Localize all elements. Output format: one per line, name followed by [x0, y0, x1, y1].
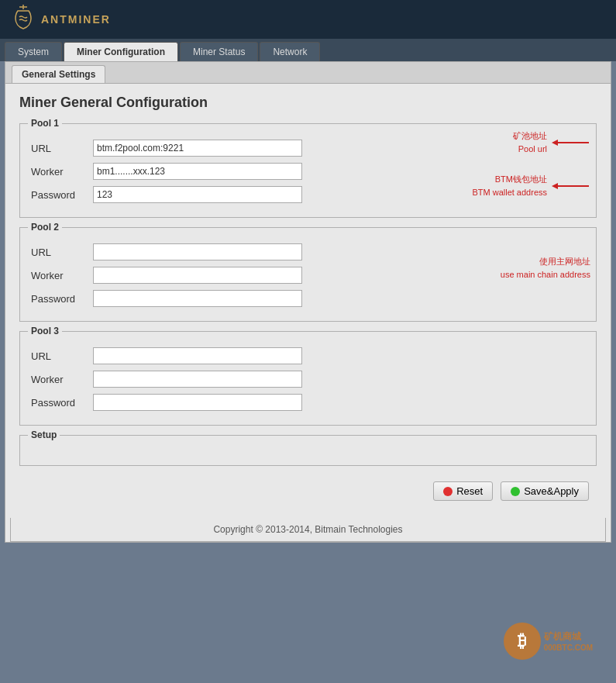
- pool1-worker-input[interactable]: [93, 163, 302, 180]
- reset-button[interactable]: Reset: [433, 481, 493, 501]
- pool3-worker-row: Worker: [31, 371, 585, 388]
- watermark-text-en: 000BTC.COM: [544, 643, 593, 652]
- setup-legend: Setup: [28, 429, 60, 440]
- tab-network[interactable]: Network: [260, 42, 320, 61]
- page-title: Miner General Configuration: [19, 95, 597, 111]
- nav-bar: System Miner Configuration Miner Status …: [0, 39, 616, 61]
- pool1-legend: Pool 1: [28, 118, 62, 129]
- pool2-worker-row: Worker: [31, 267, 585, 284]
- pool3-password-label: Password: [31, 397, 93, 409]
- save-icon: [511, 487, 520, 496]
- pool2-password-label: Password: [31, 293, 93, 305]
- pool2-url-input[interactable]: [93, 243, 302, 260]
- pool3-url-row: URL: [31, 347, 585, 364]
- subtab-general-settings[interactable]: General Settings: [12, 65, 105, 83]
- pool2-password-input[interactable]: [93, 290, 302, 307]
- sub-tab-bar: General Settings: [5, 62, 611, 84]
- pool2-worker-input[interactable]: [93, 267, 302, 284]
- header: ANTMINER: [0, 0, 616, 39]
- content-area: General Settings Miner General Configura…: [5, 61, 611, 543]
- pool2-section: Pool 2 URL Worker Password: [19, 227, 597, 322]
- tab-miner-status[interactable]: Miner Status: [180, 42, 258, 61]
- pool1-worker-label: Worker: [31, 166, 93, 178]
- logo-icon: [12, 3, 35, 36]
- pool2-worker-label: Worker: [31, 270, 93, 281]
- pool2-legend: Pool 2: [28, 222, 62, 233]
- pool2-url-row: URL: [31, 243, 585, 260]
- tab-system[interactable]: System: [5, 42, 62, 61]
- pool3-worker-input[interactable]: [93, 371, 302, 388]
- main-content: Miner General Configuration Pool 1 URL W…: [5, 84, 611, 518]
- reset-icon: [443, 487, 453, 496]
- footer-buttons: Reset Save&Apply: [19, 475, 597, 507]
- pool2-password-row: Password: [31, 290, 585, 307]
- watermark-text-cn: 矿机商城: [544, 630, 593, 643]
- pool3-password-row: Password: [31, 394, 585, 411]
- pool2-url-label: URL: [31, 247, 93, 258]
- pool1-worker-row: Worker: [31, 163, 585, 180]
- pool1-url-input[interactable]: [93, 140, 302, 157]
- tab-miner-configuration[interactable]: Miner Configuration: [64, 42, 178, 61]
- save-apply-button[interactable]: Save&Apply: [501, 481, 589, 501]
- pool1-password-input[interactable]: [93, 186, 302, 203]
- pool3-legend: Pool 3: [28, 326, 62, 336]
- logo-text: ANTMINER: [41, 13, 111, 26]
- watermark: ₿ 矿机商城 000BTC.COM: [504, 623, 593, 660]
- pool1-url-label: URL: [31, 143, 93, 154]
- pool1-password-label: Password: [31, 189, 93, 201]
- logo-area: ANTMINER: [12, 3, 111, 36]
- watermark-icon: ₿: [504, 623, 541, 660]
- setup-section: Setup: [19, 435, 597, 466]
- pool3-section: Pool 3 URL Worker Password: [19, 331, 597, 426]
- pools-wrapper: Pool 1 URL Worker Password: [19, 123, 597, 426]
- pool1-url-row: URL: [31, 140, 585, 157]
- copyright: Copyright © 2013-2014, Bitmain Technolog…: [10, 518, 606, 542]
- pool3-password-input[interactable]: [93, 394, 302, 411]
- pool1-password-row: Password: [31, 186, 585, 203]
- pool3-worker-label: Worker: [31, 374, 93, 385]
- pool3-url-input[interactable]: [93, 347, 302, 364]
- pool3-url-label: URL: [31, 350, 93, 362]
- pool1-section: Pool 1 URL Worker Password: [19, 123, 597, 218]
